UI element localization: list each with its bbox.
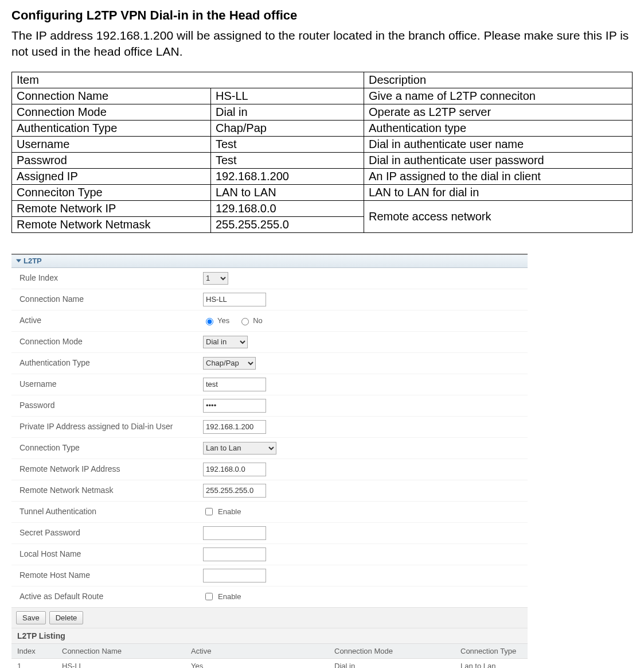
th-item: Item xyxy=(12,72,364,88)
conn-type-select[interactable]: Lan to Lan xyxy=(203,442,276,455)
label-rule-index: Rule Index xyxy=(19,273,203,283)
radio-no-label: No xyxy=(253,316,263,325)
listing-cell-name: HS-LL xyxy=(56,659,185,668)
cell-desc: Remote access network xyxy=(364,200,633,232)
chevron-down-icon xyxy=(16,258,21,263)
listing-cell-type: Lan to Lan xyxy=(455,659,528,668)
label-remote-mask: Remote Network Netmask xyxy=(19,486,203,496)
cell-val: 255.255.255.0 xyxy=(211,216,364,232)
remote-host-input[interactable] xyxy=(203,569,266,582)
cell-item: Username xyxy=(12,136,211,152)
description-table: Item Description Connection Name HS-LL G… xyxy=(11,72,633,233)
cell-item: Passwrod xyxy=(12,152,211,168)
remote-ip-input[interactable] xyxy=(203,463,266,476)
cell-val: Chap/Pap xyxy=(211,120,364,136)
cell-val: Test xyxy=(211,152,364,168)
priv-ip-input[interactable] xyxy=(203,420,266,434)
cell-val: 192.168.1.200 xyxy=(211,168,364,184)
label-tunnel-auth: Tunnel Authentication xyxy=(19,507,203,517)
conn-name-input[interactable] xyxy=(203,293,266,306)
config-panel: L2TP Rule Index 1 Connection Name Active… xyxy=(11,254,528,668)
local-host-input[interactable] xyxy=(203,547,266,561)
label-auth-type: Authentication Type xyxy=(19,358,203,368)
label-username: Username xyxy=(19,379,203,390)
label-remote-host: Remote Host Name xyxy=(19,570,203,581)
page-title: Configuring L2TP VPN Dial-in in the Head… xyxy=(11,8,633,23)
listing-title: L2TP Listing xyxy=(11,628,528,644)
label-conn-type: Connection Type xyxy=(19,443,203,453)
label-conn-mode: Connection Mode xyxy=(19,337,203,347)
cell-item: Assigned IP xyxy=(12,168,211,184)
auth-type-select[interactable]: Chap/Pap xyxy=(203,357,256,370)
cell-desc: Dial in authenticate user password xyxy=(364,152,633,168)
th-desc: Description xyxy=(364,72,633,88)
listing-h-type: Connection Type xyxy=(455,644,528,658)
listing-row[interactable]: 1 HS-LL Yes Dial in Lan to Lan xyxy=(11,659,528,668)
listing-h-name: Connection Name xyxy=(56,644,185,658)
label-priv-ip: Private IP Address assigned to Dial-in U… xyxy=(19,422,203,432)
remote-mask-input[interactable] xyxy=(203,484,266,498)
cell-val: HS-LL xyxy=(211,88,364,104)
panel-tab[interactable]: L2TP xyxy=(11,257,46,265)
cell-item: Connection Mode xyxy=(12,104,211,120)
label-conn-name: Connection Name xyxy=(19,294,203,305)
tunnel-auth-enable-label: Enable xyxy=(218,507,241,516)
cell-item: Remote Network Netmask xyxy=(12,216,211,232)
cell-val: LAN to LAN xyxy=(211,184,364,200)
intro-text: The IP address 192.168.1.200 will be ass… xyxy=(11,28,633,60)
cell-item: Authentication Type xyxy=(12,120,211,136)
cell-desc: An IP assigned to the dial in client xyxy=(364,168,633,184)
listing-cell-active: Yes xyxy=(185,659,329,668)
cell-desc: Operate as L2TP server xyxy=(364,104,633,120)
listing-cell-index: 1 xyxy=(11,659,56,668)
default-route-enable-label: Enable xyxy=(218,592,241,601)
label-secret: Secret Password xyxy=(19,528,203,538)
label-local-host: Local Host Name xyxy=(19,549,203,560)
default-route-checkbox[interactable] xyxy=(205,593,213,600)
listing-header-row: Index Connection Name Active Connection … xyxy=(11,644,528,659)
password-input[interactable] xyxy=(203,399,266,413)
active-no-radio[interactable] xyxy=(241,318,249,325)
cell-val: Test xyxy=(211,136,364,152)
save-button[interactable]: Save xyxy=(16,611,46,624)
cell-item: Conneciton Type xyxy=(12,184,211,200)
cell-desc: LAN to LAN for dial in xyxy=(364,184,633,200)
listing-h-index: Index xyxy=(11,644,56,658)
cell-item: Remote Network IP xyxy=(12,200,211,216)
label-active: Active xyxy=(19,316,203,326)
username-input[interactable] xyxy=(203,378,266,391)
cell-desc: Give a name of L2TP conneciton xyxy=(364,88,633,104)
rule-index-select[interactable]: 1 xyxy=(203,272,228,285)
conn-mode-select[interactable]: Dial in xyxy=(203,336,248,348)
svg-marker-0 xyxy=(16,259,21,262)
secret-input[interactable] xyxy=(203,526,266,540)
cell-desc: Dial in authenticate user name xyxy=(364,136,633,152)
cell-item: Connection Name xyxy=(12,88,211,104)
cell-desc: Authentication type xyxy=(364,120,633,136)
listing-h-mode: Connection Mode xyxy=(329,644,455,658)
radio-yes-label: Yes xyxy=(217,316,229,325)
label-default-route: Active as Default Route xyxy=(19,592,203,602)
active-yes-radio[interactable] xyxy=(206,318,213,325)
panel-tab-label: L2TP xyxy=(24,257,42,265)
panel-header: L2TP xyxy=(11,255,528,268)
label-remote-ip: Remote Network IP Address xyxy=(19,464,203,475)
cell-val: 129.168.0.0 xyxy=(211,200,364,216)
cell-val: Dial in xyxy=(211,104,364,120)
delete-button[interactable]: Delete xyxy=(49,611,84,624)
listing-cell-mode: Dial in xyxy=(329,659,455,668)
tunnel-auth-checkbox[interactable] xyxy=(205,508,213,515)
listing-h-active: Active xyxy=(185,644,329,658)
label-password: Password xyxy=(19,401,203,411)
